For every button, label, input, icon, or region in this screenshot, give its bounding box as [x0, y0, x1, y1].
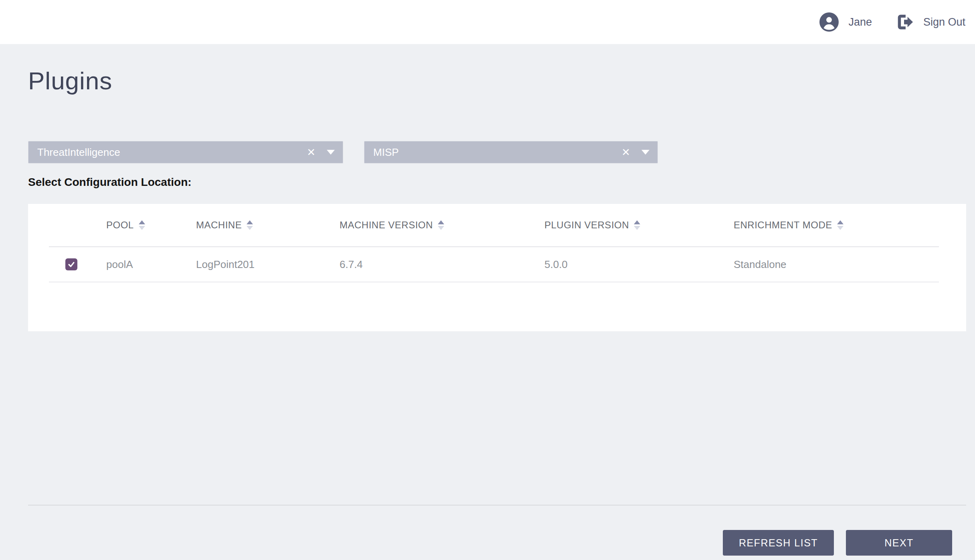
configuration-table: POOL MACHINE MACHINE VERSION PLUGIN VERS… — [49, 204, 939, 282]
main-content: Plugins ThreatIntelligence ✕ MISP ✕ Sele… — [0, 66, 975, 556]
footer-divider — [28, 505, 966, 506]
sort-icon[interactable] — [837, 220, 844, 230]
plugin-type-value: ThreatIntelligence — [37, 146, 304, 159]
top-bar: Jane Sign Out — [0, 0, 975, 44]
sort-icon[interactable] — [438, 220, 444, 230]
cell-enrichment-mode: Standalone — [734, 247, 939, 282]
clear-plugin-type-icon[interactable]: ✕ — [304, 147, 318, 157]
clear-plugin-name-icon[interactable]: ✕ — [619, 147, 633, 157]
column-header-plugin-version[interactable]: PLUGIN VERSION — [544, 204, 734, 247]
table-row-select-cell — [49, 247, 106, 282]
plugin-name-select[interactable]: MISP ✕ — [364, 141, 658, 163]
chevron-down-icon[interactable] — [641, 150, 649, 155]
page-title: Plugins — [28, 66, 966, 96]
plugin-type-select[interactable]: ThreatIntelligence ✕ — [28, 141, 343, 163]
sign-out-icon — [895, 13, 914, 31]
plugin-name-value: MISP — [373, 146, 619, 159]
chevron-down-icon[interactable] — [327, 150, 335, 155]
section-label: Select Configuration Location: — [28, 175, 966, 189]
configuration-table-card: POOL MACHINE MACHINE VERSION PLUGIN VERS… — [28, 204, 966, 331]
sign-out-label: Sign Out — [923, 16, 965, 28]
sort-icon[interactable] — [634, 220, 640, 230]
user-name: Jane — [848, 16, 872, 28]
refresh-list-button[interactable]: REFRESH LIST — [723, 530, 834, 556]
sort-icon[interactable] — [247, 220, 253, 230]
header-select-column — [49, 204, 106, 247]
column-header-machine[interactable]: MACHINE — [196, 204, 340, 247]
next-button[interactable]: NEXT — [846, 530, 952, 556]
plugin-filters: ThreatIntelligence ✕ MISP ✕ — [28, 141, 966, 163]
checkmark-icon — [67, 260, 75, 268]
sign-out-button[interactable]: Sign Out — [895, 13, 965, 31]
column-header-enrichment-mode[interactable]: ENRICHMENT MODE — [734, 204, 939, 247]
column-header-pool[interactable]: POOL — [106, 204, 196, 247]
user-avatar-icon — [819, 12, 839, 32]
cell-plugin-version: 5.0.0 — [544, 247, 734, 282]
cell-machine: LogPoint201 — [196, 247, 340, 282]
cell-pool: poolA — [106, 247, 196, 282]
footer-actions: REFRESH LIST NEXT — [28, 530, 966, 556]
user-menu[interactable]: Jane — [819, 12, 872, 32]
cell-machine-version: 6.7.4 — [340, 247, 544, 282]
row-checkbox[interactable] — [65, 258, 77, 270]
column-header-machine-version[interactable]: MACHINE VERSION — [340, 204, 544, 247]
sort-icon[interactable] — [139, 220, 145, 230]
